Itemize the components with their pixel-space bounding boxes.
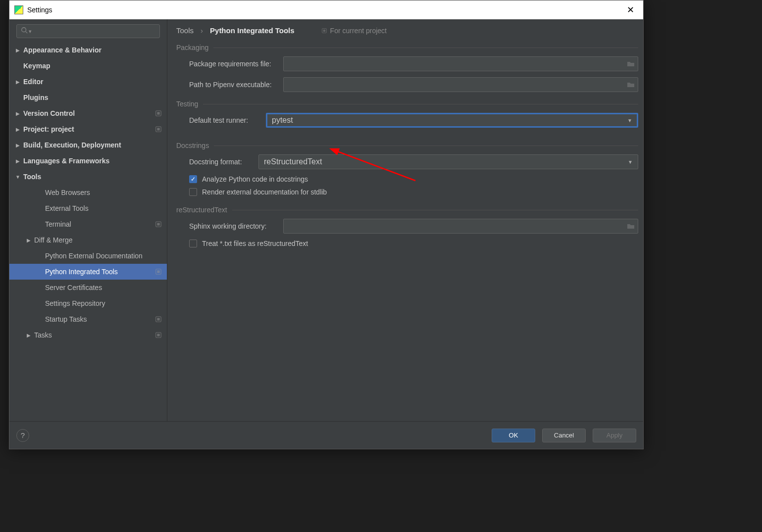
close-icon[interactable]: ✕ [623,2,638,17]
sidebar-item-project-project[interactable]: Project: project [9,121,167,137]
sidebar-item-label: Diff & Merge [34,236,73,244]
sidebar-item-startup-tasks[interactable]: Startup Tasks [9,311,167,327]
dialog-footer: ? OK Cancel Apply [9,421,643,449]
chevron-right-icon[interactable] [25,238,32,243]
svg-line-1 [26,32,28,34]
chevron-right-icon[interactable] [14,143,21,148]
sidebar-item-web-browsers[interactable]: Web Browsers [9,185,167,200]
ok-button[interactable]: OK [492,429,535,442]
render-stdlib-checkbox[interactable] [189,188,197,196]
sidebar-item-label: Python External Documentation [45,252,143,260]
svg-rect-15 [323,29,325,32]
breadcrumb: Tools › Python Integrated Tools For curr… [176,26,638,42]
settings-tree: Appearance & BehaviorKeymapEditorPlugins… [9,42,167,421]
titlebar: Settings ✕ [9,0,643,19]
project-scope-icon [155,221,162,228]
cancel-button[interactable]: Cancel [542,429,586,442]
sidebar-item-label: Build, Execution, Deployment [23,141,121,149]
sphinx-dir-input[interactable] [283,219,638,234]
chevron-down-icon: ▼ [628,159,633,165]
scope-indicator: For current project [321,27,387,35]
sidebar-item-languages-frameworks[interactable]: Languages & Frameworks [9,153,167,169]
sidebar-item-label: Server Certificates [45,284,102,291]
analyze-docstrings-label: Analyze Python code in docstrings [202,175,308,183]
svg-rect-5 [157,128,159,130]
project-scope-icon [155,110,162,117]
chevron-right-icon[interactable] [14,48,21,53]
chevron-right-icon[interactable] [14,127,21,132]
sidebar-item-tasks[interactable]: Tasks [9,327,167,343]
project-scope-icon [155,126,162,133]
test-runner-select[interactable]: pytest ▼ [266,113,638,128]
pipenv-path-label: Path to Pipenv executable: [189,81,283,89]
project-scope-icon [155,332,162,339]
chevron-down-icon: ▾ [29,28,32,35]
sidebar-item-label: Languages & Frameworks [23,157,109,165]
chevron-right-icon[interactable] [14,158,21,164]
project-scope-icon [155,268,162,275]
docstring-format-select[interactable]: reStructuredText ▼ [258,154,638,169]
help-button[interactable]: ? [16,429,29,442]
section-testing: Testing [176,100,638,108]
docstring-format-label: Docstring format: [189,158,258,166]
sidebar-item-label: Keymap [23,62,50,70]
apply-button[interactable]: Apply [593,429,636,442]
sidebar-item-build-execution-deployment[interactable]: Build, Execution, Deployment [9,137,167,153]
content-pane: Tools › Python Integrated Tools For curr… [167,19,643,421]
sphinx-dir-label: Sphinx working directory: [189,222,283,230]
sidebar-item-python-integrated-tools[interactable]: Python Integrated Tools [9,264,167,280]
package-requirements-input[interactable] [283,56,638,71]
package-requirements-label: Package requirements file: [189,60,283,68]
app-icon [14,5,23,14]
sidebar-item-editor[interactable]: Editor [9,74,167,90]
folder-icon[interactable] [627,222,635,232]
sidebar-item-settings-repository[interactable]: Settings Repository [9,295,167,311]
sidebar-item-label: Startup Tasks [45,315,87,323]
sidebar: ▾ Appearance & BehaviorKeymapEditorPlugi… [9,19,167,421]
sidebar-item-appearance-behavior[interactable]: Appearance & Behavior [9,42,167,58]
sidebar-item-server-certificates[interactable]: Server Certificates [9,280,167,295]
pipenv-path-input[interactable] [283,77,638,92]
analyze-docstrings-checkbox[interactable] [189,175,197,183]
sidebar-item-label: Terminal [45,220,71,228]
sidebar-item-external-tools[interactable]: External Tools [9,200,167,216]
folder-icon[interactable] [627,60,635,70]
chevron-right-icon[interactable] [14,111,21,116]
sidebar-item-label: Project: project [23,125,74,133]
svg-rect-7 [157,223,159,225]
sidebar-item-version-control[interactable]: Version Control [9,105,167,121]
chevron-right-icon: › [201,26,203,35]
sidebar-item-label: Settings Repository [45,299,105,307]
sidebar-item-label: External Tools [45,204,89,212]
test-runner-label: Default test runner: [189,116,266,124]
sidebar-item-label: Appearance & Behavior [23,46,102,54]
sidebar-item-terminal[interactable]: Terminal [9,216,167,232]
sidebar-item-label: Editor [23,78,43,86]
chevron-right-icon[interactable] [14,79,21,85]
treat-txt-label: Treat *.txt files as reStructuredText [202,240,308,247]
breadcrumb-leaf: Python Integrated Tools [210,26,295,35]
search-icon [21,27,28,36]
section-packaging: Packaging [176,44,638,51]
chevron-down-icon[interactable] [14,174,21,180]
sidebar-item-tools[interactable]: Tools [9,169,167,185]
folder-icon[interactable] [627,81,635,91]
treat-txt-checkbox[interactable] [189,240,197,247]
project-scope-icon [155,316,162,323]
sidebar-item-diff-merge[interactable]: Diff & Merge [9,232,167,248]
sidebar-item-label: Version Control [23,109,75,117]
sidebar-item-python-external-documentation[interactable]: Python External Documentation [9,248,167,264]
sidebar-item-keymap[interactable]: Keymap [9,58,167,74]
render-stdlib-label: Render external documentation for stdlib [202,188,327,196]
sidebar-item-plugins[interactable]: Plugins [9,90,167,105]
sidebar-item-label: Tasks [34,331,52,339]
sidebar-item-label: Python Integrated Tools [45,268,118,276]
search-input[interactable]: ▾ [16,24,160,38]
sidebar-item-label: Plugins [23,94,49,101]
svg-rect-11 [157,318,159,320]
window-title: Settings [27,6,52,14]
breadcrumb-root[interactable]: Tools [176,26,194,35]
settings-dialog: Settings ✕ ▾ Appearance & BehaviorKeymap… [9,0,644,449]
chevron-down-icon: ▼ [627,118,632,123]
chevron-right-icon[interactable] [25,333,32,338]
